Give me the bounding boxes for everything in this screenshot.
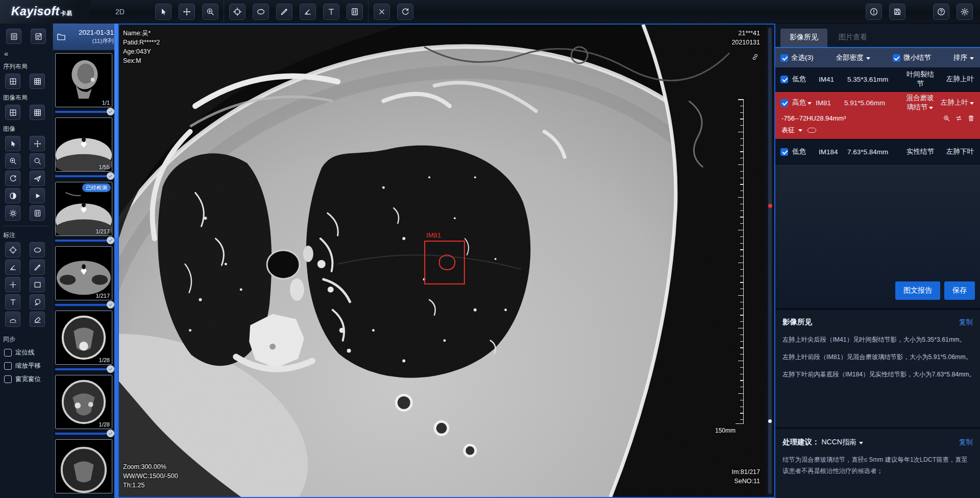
series-layout-2x2-button[interactable] xyxy=(5,74,20,89)
image-layout-3x3-button[interactable] xyxy=(30,105,45,120)
tab-findings[interactable]: 影像所见 xyxy=(780,29,827,47)
thumbnail-scrollbar[interactable] xyxy=(114,23,118,498)
flip-image-button[interactable] xyxy=(30,171,45,186)
sort-dropdown[interactable]: 排序 xyxy=(953,53,974,62)
rotate-image-button[interactable] xyxy=(5,171,20,186)
guideline-dropdown[interactable]: NCCN指南 xyxy=(822,438,863,447)
ellipse-annotation-button[interactable] xyxy=(30,242,45,257)
delete-nodule-button[interactable] xyxy=(967,114,975,122)
sync-option-zoom-pan[interactable]: 缩放平移 xyxy=(0,362,53,370)
settings-button[interactable] xyxy=(957,4,973,20)
text-tool-button[interactable] xyxy=(323,4,339,20)
alert-button[interactable] xyxy=(866,4,882,20)
nodule-checkbox[interactable] xyxy=(780,148,788,156)
nodule-row-im41[interactable]: 低危 IM41 5.35*3.61mm 叶间裂结节 左肺上叶 xyxy=(775,67,980,92)
window-level-button[interactable] xyxy=(347,4,363,20)
select-all-checkbox[interactable] xyxy=(780,54,788,62)
nodule-location-dropdown[interactable]: 左肺上叶 xyxy=(941,98,974,107)
length-annotation-button[interactable] xyxy=(30,259,45,275)
callout-annotation-button[interactable] xyxy=(30,294,45,310)
zoom-pan-checkbox[interactable] xyxy=(4,362,12,370)
magnify-button[interactable] xyxy=(30,153,45,169)
localizer-checkbox[interactable] xyxy=(4,349,12,357)
sync-option-localizer[interactable]: 定位线 xyxy=(0,348,53,357)
toolbar-separator xyxy=(368,1,369,23)
nodule-type-dropdown[interactable]: 混合磨玻璃结节 xyxy=(903,93,937,112)
cursor-tool-button[interactable] xyxy=(155,4,172,20)
save-button[interactable]: 保存 xyxy=(944,281,975,300)
pan-tool-button[interactable] xyxy=(179,4,195,20)
locate-nodule-button[interactable] xyxy=(943,114,950,122)
tab-image-view[interactable]: 图片查看 xyxy=(829,29,876,47)
rectangle-annotation-button[interactable] xyxy=(30,277,45,292)
text-annotation-button[interactable] xyxy=(5,294,20,310)
zoom-tool-button[interactable] xyxy=(202,4,218,20)
section-label-image-layout: 图像布局 xyxy=(3,93,53,102)
nodule-row-im184[interactable]: 低危 IM184 7.63*5.84mm 实性结节 左肺下叶 xyxy=(775,140,980,164)
angle-tool-button[interactable] xyxy=(300,4,316,20)
thumbnail-series-4[interactable]: 1/217 xyxy=(55,246,112,300)
nodule-row-im81-selected[interactable]: 高危 IM81 5.91*5.06mm 混合磨玻璃结节 左肺上叶 -756--7… xyxy=(775,92,980,140)
curve-annotation-button[interactable] xyxy=(5,312,20,327)
nodule-checkbox[interactable] xyxy=(780,99,788,107)
report-button[interactable]: 图文报告 xyxy=(895,281,940,300)
zoom-in-button[interactable] xyxy=(5,153,20,169)
save-image-button[interactable] xyxy=(889,4,905,20)
micro-nodule-checkbox[interactable] xyxy=(893,54,900,62)
current-slice-marker[interactable] xyxy=(768,419,772,423)
slice-scrollbar-track[interactable] xyxy=(768,28,772,494)
thumbnail-series-7[interactable] xyxy=(55,439,112,493)
compare-nodule-button[interactable] xyxy=(955,114,963,122)
slice-scrollbar[interactable] xyxy=(766,25,774,497)
select-tool-button[interactable] xyxy=(5,136,20,151)
chevron-down-icon xyxy=(859,442,863,444)
angle-annotation-button[interactable] xyxy=(5,259,20,275)
chevron-down-icon xyxy=(929,107,933,109)
rotate-icon xyxy=(10,175,16,181)
invert-icon xyxy=(10,193,15,198)
cross-annotation-button[interactable] xyxy=(5,277,20,292)
nodule-position-marker[interactable] xyxy=(768,204,772,208)
patient-name: Name:吴* xyxy=(123,29,160,38)
series-number: SeNO:11 xyxy=(731,477,760,486)
thumbnail-series-2[interactable]: 1/55 xyxy=(55,117,112,172)
copy-suggestion-link[interactable]: 复制 xyxy=(959,438,973,447)
sync-option-window[interactable]: 窗宽窗位 xyxy=(0,375,53,384)
eraser-button[interactable] xyxy=(30,312,45,327)
report-panel-button[interactable] xyxy=(31,29,46,44)
window-checkbox[interactable] xyxy=(4,375,12,383)
window-preset-button[interactable] xyxy=(30,205,45,221)
thumbnail-series-5[interactable]: 1/28 xyxy=(55,311,112,365)
section-label-image: 图像 xyxy=(3,125,53,133)
thumbnail-scout[interactable]: 1/1 xyxy=(55,53,112,107)
feature-toggle[interactable] xyxy=(807,128,816,133)
ct-axial-image[interactable]: IM81 xyxy=(119,25,766,497)
collapse-sidebar-button[interactable]: « xyxy=(0,49,53,58)
brightness-button[interactable] xyxy=(5,205,20,221)
ruler-tool-button[interactable] xyxy=(276,4,292,20)
image-layout-2x2-button[interactable] xyxy=(5,105,20,120)
ellipse-tool-button[interactable] xyxy=(253,4,269,20)
thumbnail-series-6[interactable]: 1/28 xyxy=(55,375,112,429)
delete-annotation-button[interactable] xyxy=(374,4,390,20)
series-layout-3x3-button[interactable] xyxy=(30,74,45,89)
probe-annotation-button[interactable] xyxy=(5,242,20,257)
cine-play-button[interactable] xyxy=(30,188,45,203)
copy-findings-link[interactable]: 复制 xyxy=(959,318,973,327)
reset-button[interactable] xyxy=(397,4,413,20)
thumbnail-series-3-detected[interactable]: 已经检测 1/217 xyxy=(55,182,112,236)
crosshair-tool-button[interactable] xyxy=(229,4,246,20)
density-filter-dropdown[interactable]: 全部密度 xyxy=(836,53,870,62)
pan-image-button[interactable] xyxy=(30,136,45,151)
nodule-feature-row[interactable]: 表征 xyxy=(775,125,980,139)
thumbnail-progress xyxy=(55,240,108,242)
invert-button[interactable] xyxy=(5,188,20,203)
nodule-checkbox[interactable] xyxy=(780,76,788,83)
link-icon[interactable] xyxy=(751,53,759,63)
pencil-icon xyxy=(281,9,287,14)
ct-viewport[interactable]: IM81 Name:吴* Patid:R*****2 Age:043Y Sex:… xyxy=(118,23,775,498)
risk-level-dropdown[interactable]: 高危 xyxy=(792,98,812,107)
study-header[interactable]: 2021-01-31 (11)序列 xyxy=(53,23,118,50)
series-panel-button[interactable] xyxy=(6,29,21,44)
help-button[interactable] xyxy=(933,4,949,20)
